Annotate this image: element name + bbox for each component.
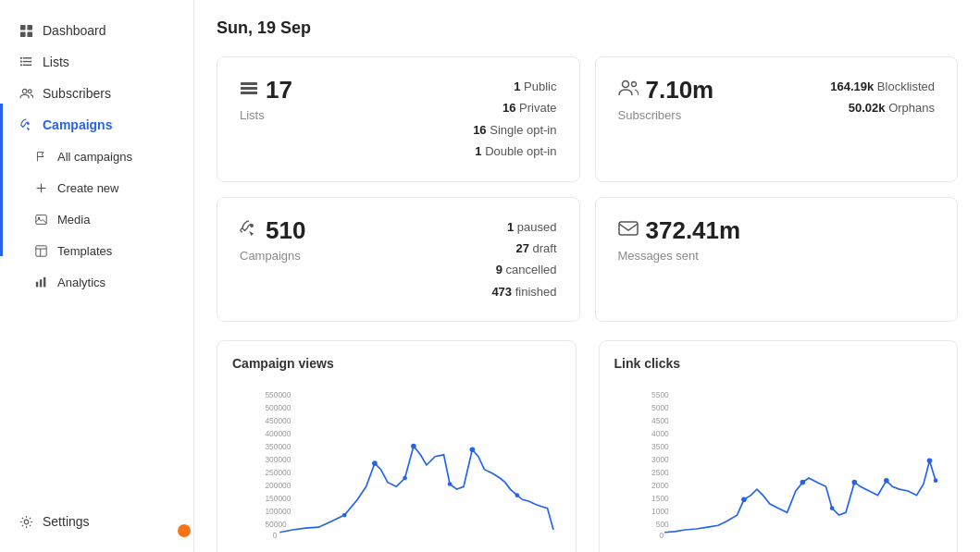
- svg-text:2000: 2000: [651, 481, 669, 490]
- sidebar-item-all-campaigns-label: All campaigns: [57, 150, 132, 164]
- svg-text:3500: 3500: [651, 442, 669, 451]
- svg-rect-9: [19, 64, 21, 66]
- bar-icon: [33, 275, 48, 289]
- main-content: Sun, 19 Sep 17 Lists 1 Public 16 Private…: [194, 0, 980, 552]
- sidebar-item-dashboard-label: Dashboard: [43, 23, 106, 38]
- svg-text:2500: 2500: [651, 468, 669, 477]
- link-clicks-chart: Link clicks 5500 5000 4500 4000 3500 300…: [599, 340, 959, 552]
- sidebar-item-subscribers-label: Subscribers: [43, 86, 111, 101]
- svg-point-66: [926, 459, 932, 464]
- svg-point-48: [448, 482, 453, 486]
- svg-point-68: [829, 506, 834, 510]
- svg-point-67: [933, 479, 937, 484]
- rocket-icon: [19, 117, 33, 132]
- svg-text:500000: 500000: [265, 403, 291, 412]
- sidebar-item-campaigns-label: Campaigns: [43, 117, 112, 132]
- subscribers-stat-main: 7.10m Subscribers: [618, 76, 813, 122]
- sidebar-item-create-new[interactable]: Create new: [0, 172, 193, 203]
- lists-icon: [240, 79, 258, 102]
- svg-text:250000: 250000: [265, 468, 291, 477]
- svg-text:150000: 150000: [265, 494, 291, 503]
- svg-point-45: [470, 448, 476, 453]
- svg-point-65: [884, 478, 889, 484]
- lists-card: 17 Lists 1 Public 16 Private 16 Single o…: [217, 56, 580, 182]
- svg-text:100000: 100000: [265, 507, 291, 516]
- svg-point-29: [250, 224, 254, 227]
- lists-detail-4: 1 Double opt-in: [473, 141, 556, 162]
- svg-point-23: [24, 520, 29, 524]
- svg-text:500: 500: [655, 520, 668, 529]
- svg-point-12: [26, 122, 29, 125]
- svg-text:1000: 1000: [651, 507, 669, 516]
- svg-rect-3: [27, 31, 32, 37]
- sidebar-item-media[interactable]: Media: [0, 203, 193, 235]
- orange-dot: [178, 524, 191, 537]
- svg-point-43: [372, 460, 378, 466]
- messages-card: 372.41m Messages sent: [595, 197, 959, 323]
- svg-rect-22: [43, 276, 44, 287]
- svg-rect-30: [619, 222, 638, 235]
- svg-rect-0: [19, 24, 25, 30]
- messages-count: 372.41m: [646, 216, 741, 245]
- sidebar-item-lists[interactable]: Lists: [0, 46, 193, 78]
- campaigns-detail-4: 473 finished: [491, 281, 556, 302]
- subscribers-details: 164.19k Blocklisted 50.02k Orphans: [830, 76, 935, 119]
- lists-detail-3: 16 Single opt-in: [473, 119, 556, 141]
- svg-text:450000: 450000: [265, 416, 291, 425]
- svg-text:5000: 5000: [651, 403, 669, 412]
- gear-icon: [19, 514, 33, 529]
- svg-text:350000: 350000: [265, 442, 291, 451]
- lists-stat-main: 17 Lists: [240, 76, 454, 122]
- lists-detail-2: 16 Private: [473, 97, 556, 118]
- sidebar-item-lists-label: Lists: [43, 55, 69, 69]
- svg-rect-26: [241, 92, 257, 94]
- svg-rect-25: [241, 87, 257, 90]
- svg-rect-15: [35, 215, 45, 224]
- users-icon: [19, 86, 33, 101]
- svg-rect-17: [35, 245, 45, 255]
- svg-text:300000: 300000: [265, 455, 291, 464]
- svg-point-63: [800, 480, 805, 485]
- messages-number: 372.41m: [618, 216, 936, 245]
- svg-point-46: [403, 476, 407, 481]
- subscribers-detail-2: 50.02k Orphans: [830, 97, 935, 118]
- sidebar-item-campaigns[interactable]: Campaigns: [0, 109, 193, 141]
- campaigns-detail-2: 27 draft: [491, 238, 556, 259]
- campaigns-label: Campaigns: [240, 249, 473, 263]
- svg-text:50000: 50000: [265, 520, 287, 529]
- messages-label: Messages sent: [618, 249, 936, 263]
- active-bar: [0, 104, 3, 256]
- campaigns-details: 1 paused 27 draft 9 cancelled 473 finish…: [491, 216, 556, 303]
- campaigns-stat-main: 510 Campaigns: [240, 216, 473, 263]
- campaigns-detail-3: 9 cancelled: [491, 259, 556, 280]
- image-icon: [33, 212, 48, 227]
- sidebar-item-settings[interactable]: Settings: [0, 506, 193, 537]
- campaigns-number: 510: [240, 216, 473, 245]
- sidebar-item-subscribers[interactable]: Subscribers: [0, 78, 193, 109]
- sidebar-item-analytics-label: Analytics: [57, 276, 105, 289]
- page-date: Sun, 19 Sep: [217, 18, 958, 38]
- sidebar-item-all-campaigns[interactable]: All campaigns: [0, 141, 193, 172]
- sidebar-item-templates-label: Templates: [57, 244, 112, 258]
- svg-text:200000: 200000: [265, 481, 291, 490]
- sidebar-item-templates[interactable]: Templates: [0, 235, 193, 266]
- svg-text:0: 0: [659, 531, 664, 540]
- svg-rect-8: [19, 60, 21, 62]
- svg-text:550000: 550000: [265, 390, 291, 399]
- subscribers-label: Subscribers: [618, 108, 813, 122]
- svg-point-49: [515, 493, 520, 497]
- svg-point-28: [631, 82, 636, 87]
- sidebar-item-dashboard[interactable]: Dashboard: [0, 15, 193, 46]
- svg-text:3000: 3000: [651, 455, 669, 464]
- sidebar-item-settings-label: Settings: [43, 514, 90, 529]
- plus-icon: [33, 180, 48, 195]
- link-clicks-svg: 5500 5000 4500 4000 3500 3000 2500 2000 …: [614, 382, 943, 548]
- svg-rect-1: [27, 24, 32, 30]
- link-clicks-title: Link clicks: [614, 356, 681, 371]
- subscribers-count: 7.10m: [646, 76, 714, 104]
- svg-text:4500: 4500: [651, 416, 669, 425]
- sidebar-item-analytics[interactable]: Analytics: [0, 266, 193, 298]
- campaign-views-svg: 550000 500000 450000 400000 350000 30000…: [232, 382, 561, 548]
- svg-text:5500: 5500: [651, 390, 669, 399]
- sidebar-item-media-label: Media: [57, 213, 90, 227]
